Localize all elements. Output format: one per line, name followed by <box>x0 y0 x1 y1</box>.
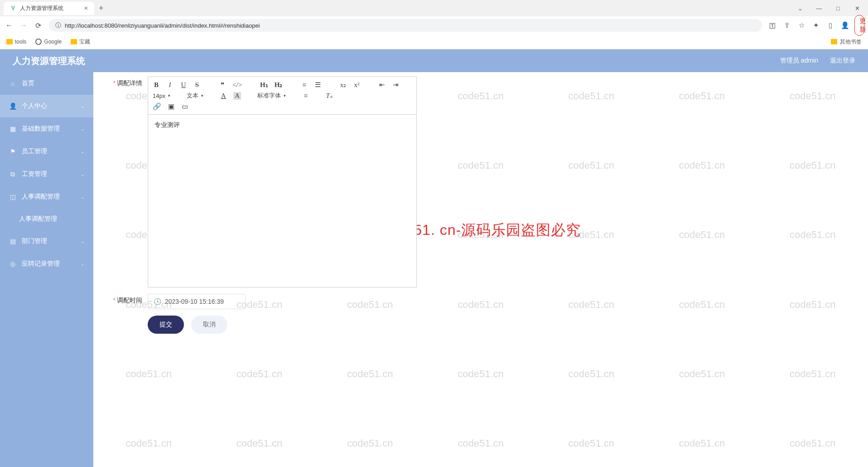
window-controls: ⌄ — □ ✕ <box>794 2 868 15</box>
list-ordered-icon[interactable]: ≡ <box>300 81 308 89</box>
datetime-input[interactable]: 🕓 2023-09-10 15:16:39 <box>148 294 246 309</box>
browser-chrome: V 人力资源管理系统 × + ⌄ — □ ✕ ← → ⟳ ⓘ http://lo… <box>0 0 868 49</box>
subscript-icon[interactable]: x₂ <box>339 81 347 89</box>
chevron-icon: ⌄ <box>81 239 84 244</box>
cancel-button[interactable]: 取消 <box>191 316 227 334</box>
user-info[interactable]: 管理员 admin <box>780 57 818 65</box>
dept-icon: ▤ <box>9 238 16 245</box>
bookmark-treasure[interactable]: 宝藏 <box>71 38 90 46</box>
form-row-detail: *调配详情 B I U S ❝ </> <box>102 77 859 287</box>
sidebar-item-department[interactable]: ▤部门管理⌄ <box>0 230 93 253</box>
sidebar-item-salary[interactable]: ⧉工资管理⌄ <box>0 163 93 185</box>
superscript-icon[interactable]: x² <box>353 81 360 89</box>
calendar-icon: 🕓 <box>154 298 161 305</box>
browser-tab[interactable]: V 人力资源管理系统 × <box>4 2 94 15</box>
folder-icon <box>71 39 77 44</box>
chevron-icon: ⌄ <box>81 172 84 177</box>
h2-icon[interactable]: H₂ <box>275 81 283 89</box>
back-icon[interactable]: ← <box>4 20 14 31</box>
logout-link[interactable]: 退出登录 <box>830 57 855 65</box>
chevron-icon: ⌄ <box>81 195 84 199</box>
folder-icon <box>831 39 837 44</box>
font-size-select[interactable]: 14px▾ <box>153 92 170 99</box>
font-family-select[interactable]: 标准字体▾ <box>257 92 286 100</box>
reload-icon[interactable]: ⟳ <box>33 20 43 31</box>
video-icon[interactable]: ▭ <box>181 102 188 111</box>
quote-icon[interactable]: ❝ <box>219 81 226 89</box>
chevron-icon: ⌄ <box>81 149 84 154</box>
forward-icon[interactable]: → <box>18 20 29 31</box>
flag-icon: ⚑ <box>9 148 16 155</box>
minimize-icon[interactable]: — <box>813 2 825 15</box>
code-icon[interactable]: </> <box>232 81 242 89</box>
form-row-time: *调配时间 🕓 2023-09-10 15:16:39 <box>102 294 859 309</box>
sidebar-item-hr-dispatch[interactable]: ◫人事调配管理⌄ <box>0 185 93 208</box>
chevron-icon: ⌄ <box>81 104 84 109</box>
italic-icon[interactable]: I <box>166 81 174 89</box>
extension-icon[interactable]: ✦ <box>811 21 821 29</box>
bookmark-other[interactable]: 其他书签 <box>831 38 862 46</box>
image-icon[interactable]: ▣ <box>168 102 175 111</box>
content-area: code51.cncode51.cncode51.cncode51.cncode… <box>93 72 868 467</box>
address-bar: ← → ⟳ ⓘ http://localhost:8080/renliziyua… <box>0 16 868 34</box>
url-input[interactable]: ⓘ http://localhost:8080/renliziyuanguanl… <box>49 19 762 32</box>
h1-icon[interactable]: H₁ <box>260 81 268 89</box>
submenu-hr-dispatch-mgmt[interactable]: 人事调配管理 <box>0 208 93 230</box>
sidebar-item-employee[interactable]: ⚑员工管理⌄ <box>0 140 93 163</box>
tab-title: 人力资源管理系统 <box>20 5 63 12</box>
indent-increase-icon[interactable]: ⇥ <box>392 81 399 89</box>
bookmarks-bar: tools Google 宝藏 其他书签 <box>0 34 868 49</box>
clear-format-icon[interactable]: Tₓ <box>326 92 333 100</box>
time-label: *调配时间 <box>102 294 148 309</box>
bookmark-google[interactable]: Google <box>35 39 62 45</box>
app-root: 人力资源管理系统 管理员 admin 退出登录 ⌂首页 👤个人中心⌄ ▦基础数据… <box>0 49 868 467</box>
form-actions: 提交 取消 <box>102 316 859 334</box>
copy-icon: ⧉ <box>9 170 16 178</box>
profile-icon[interactable]: 👤 <box>840 21 850 29</box>
close-window-icon[interactable]: ✕ <box>851 2 863 15</box>
hr-icon: ◫ <box>9 193 16 200</box>
align-icon[interactable]: ≡ <box>302 92 309 100</box>
google-icon <box>35 39 42 45</box>
share-icon[interactable]: ⇪ <box>782 21 792 29</box>
list-bullet-icon[interactable]: ☰ <box>314 81 321 89</box>
bookmark-tools[interactable]: tools <box>6 39 26 45</box>
text-type-select[interactable]: 文本▾ <box>187 92 203 100</box>
new-tab-button[interactable]: + <box>99 4 104 13</box>
vue-favicon-icon: V <box>10 5 16 11</box>
url-text: http://localhost:8080/renliziyuanguanli/… <box>65 22 260 29</box>
rich-editor: B I U S ❝ </> H₁ H₂ ≡ <box>148 77 417 287</box>
close-tab-icon[interactable]: × <box>84 5 88 12</box>
key-icon[interactable]: ⚿ <box>767 22 777 29</box>
info-icon: ⓘ <box>55 21 61 29</box>
grid-icon: ▦ <box>9 125 16 132</box>
bold-icon[interactable]: B <box>153 81 160 89</box>
submit-button[interactable]: 提交 <box>148 316 184 334</box>
editor-toolbar: B I U S ❝ </> H₁ H₂ ≡ <box>148 77 416 115</box>
sidebar-item-home[interactable]: ⌂首页 <box>0 72 93 95</box>
indent-decrease-icon[interactable]: ⇤ <box>378 81 386 89</box>
star-icon[interactable]: ☆ <box>796 21 806 29</box>
chevron-icon: ⌄ <box>81 126 84 131</box>
user-icon: 👤 <box>9 102 16 110</box>
folder-icon <box>6 39 13 44</box>
home-icon: ⌂ <box>9 80 16 87</box>
maximize-icon[interactable]: □ <box>832 2 844 15</box>
datetime-value: 2023-09-10 15:16:39 <box>165 298 224 305</box>
app-header: 人力资源管理系统 管理员 admin 退出登录 <box>0 49 868 72</box>
link-icon[interactable]: 🔗 <box>153 102 161 111</box>
bg-color-icon[interactable]: A <box>233 92 241 100</box>
strike-icon[interactable]: S <box>193 81 201 89</box>
app-title: 人力资源管理系统 <box>13 55 85 67</box>
text-color-icon[interactable]: A <box>220 92 227 100</box>
sidebar-item-basedata[interactable]: ▦基础数据管理⌄ <box>0 117 93 140</box>
editor-content[interactable]: 专业测评 <box>148 115 416 287</box>
chevron-icon: ⌄ <box>81 262 84 267</box>
underline-icon[interactable]: U <box>180 81 187 89</box>
update-button[interactable]: 更新 ⋮ <box>854 15 864 36</box>
sidebar-item-personal[interactable]: 👤个人中心⌄ <box>0 95 93 117</box>
panel-icon[interactable]: ▯ <box>825 21 835 29</box>
sidebar-item-recruit-record[interactable]: ◎应聘记录管理⌄ <box>0 253 93 275</box>
tab-bar: V 人力资源管理系统 × + ⌄ — □ ✕ <box>0 0 868 16</box>
chevron-down-icon[interactable]: ⌄ <box>794 2 806 15</box>
